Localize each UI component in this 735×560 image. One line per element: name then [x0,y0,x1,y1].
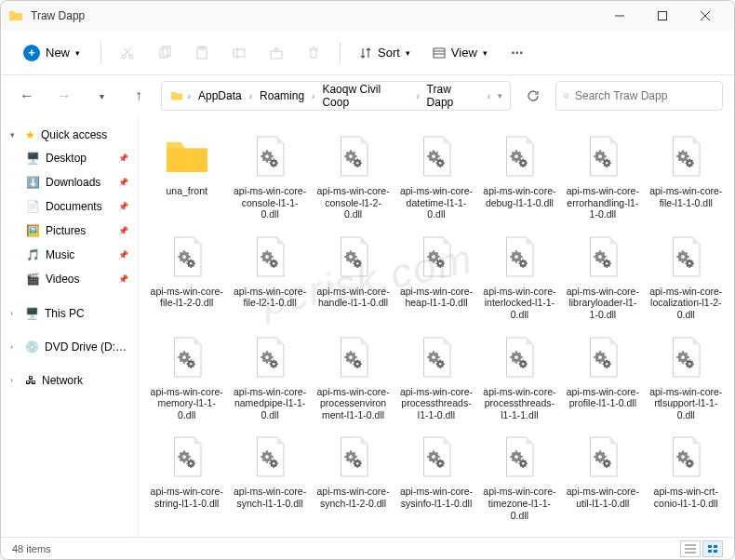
svg-line-489 [436,453,438,455]
file-item[interactable]: api-ms-win-core-localization-l1-2-0.dll [646,228,727,325]
search-input[interactable] [575,89,715,102]
file-label: api-ms-win-core-sysinfo-l1-1-0.dll [399,486,473,509]
folder-item[interactable]: una_front [146,127,227,224]
sidebar-item-videos[interactable]: 🎬Videos📌 [5,267,134,291]
svg-line-546 [679,453,681,455]
file-item[interactable]: api-ms-win-core-handle-l1-1-0.dll [313,228,394,325]
chevron-down-icon[interactable]: ▾ [498,91,502,100]
svg-line-257 [608,265,609,266]
svg-point-481 [432,455,435,459]
pc-icon: 🖥️ [25,307,39,320]
svg-line-239 [526,260,527,261]
up-button[interactable]: ↑ [124,81,154,111]
sort-button[interactable]: Sort ▾ [350,40,420,65]
maximize-button[interactable] [641,1,684,31]
svg-line-159 [193,260,194,261]
this-pc[interactable]: › 🖥️ This PC [5,302,134,325]
file-item[interactable]: api-ms-win-core-processenvironment-l1-1-… [313,328,394,425]
refresh-button[interactable] [518,81,548,111]
view-button[interactable]: View ▾ [423,40,497,65]
file-item[interactable]: api-ms-win-core-memory-l1-1-0.dll [146,328,227,425]
file-item[interactable]: api-ms-win-core-errorhandling-l1-1-0.dll [562,127,643,224]
svg-line-237 [526,265,527,266]
sidebar-item-desktop[interactable]: 🖥️Desktop📌 [5,146,134,170]
svg-line-69 [436,153,438,154]
file-item[interactable]: api-ms-win-core-libraryloader-l1-1-0.dll [562,228,643,325]
file-item[interactable]: api-ms-win-core-timezone-l1-1-0.dll [479,428,560,525]
file-item[interactable]: api-ms-win-core-synch-l1-1-0.dll [229,428,310,525]
file-label: api-ms-win-core-heap-l1-1-0.dll [399,286,473,309]
svg-rect-15 [434,48,445,58]
breadcrumb-item[interactable]: Kaoqw Civil Coop [318,81,412,111]
svg-line-109 [603,153,605,154]
search-box[interactable] [555,81,723,111]
icons-view-button[interactable] [702,540,723,557]
dll-file-icon [245,332,295,382]
new-button[interactable]: + New ▾ [12,39,91,67]
svg-line-249 [603,252,605,254]
more-button[interactable]: ··· [501,36,534,70]
toolbar: + New ▾ Sort ▾ View ▾ ··· [1,31,734,75]
file-item[interactable]: api-ms-win-core-debug-l1-1-0.dll [479,127,560,224]
svg-point-441 [265,455,269,459]
file-item[interactable]: api-ms-win-crt-conio-l1-1-0.dll [646,428,727,525]
back-button[interactable]: ← [12,81,42,111]
sidebar-item-label: Pictures [46,224,86,237]
view-label: View [451,46,477,60]
svg-line-309 [270,353,272,354]
dvd-drive[interactable]: › 💿 DVD Drive (D:) CCCC [5,336,134,358]
quick-access[interactable]: ▾ ★ Quick access [5,124,134,146]
file-item[interactable]: api-ms-win-core-util-l1-1-0.dll [562,428,643,525]
pin-icon: 📌 [118,226,128,235]
svg-line-48 [346,159,348,161]
file-label: api-ms-win-core-file-l1-1-0.dll [649,185,723,208]
file-item[interactable]: api-ms-win-core-file-l2-1-0.dll [229,228,310,325]
breadcrumb[interactable]: › AppData› Roaming› Kaoqw Civil Coop› Tr… [161,81,511,111]
file-item[interactable]: api-ms-win-core-sysinfo-l1-1-0.dll [395,428,476,525]
copy-button [148,36,181,70]
svg-line-499 [442,460,443,461]
breadcrumb-item[interactable]: Roaming [256,87,308,104]
file-item[interactable]: api-ms-win-core-processthreads-l1-1-0.dl… [395,328,476,425]
file-item[interactable]: api-ms-win-core-processthreads-l1-1-1.dl… [479,328,560,425]
breadcrumb-item[interactable]: Traw Dapp [423,81,484,111]
close-button[interactable] [684,1,727,31]
svg-line-98 [520,165,521,166]
minimize-button[interactable] [598,1,641,31]
svg-point-101 [598,154,602,158]
sidebar-item-music[interactable]: 🎵Music📌 [5,243,134,267]
svg-line-78 [437,165,438,166]
details-view-button[interactable] [680,540,701,557]
svg-line-209 [436,252,438,254]
documents-icon: 📄 [25,199,40,214]
chevron-down-icon[interactable]: ▾ [87,81,116,111]
file-item[interactable]: api-ms-win-core-console-l1-2-0.dll [313,127,394,224]
file-item[interactable]: api-ms-win-core-console-l1-1-0.dll [229,127,310,224]
share-button [260,36,293,70]
file-label: api-ms-win-core-libraryloader-l1-1-0.dll [566,286,639,321]
file-item[interactable]: api-ms-win-core-heap-l1-1-0.dll [395,228,476,325]
file-label: api-ms-win-core-timezone-l1-1-0.dll [483,486,556,521]
sidebar-item-pictures[interactable]: 🖼️Pictures📌 [5,219,134,243]
sidebar-item-documents[interactable]: 📄Documents📌 [5,194,134,219]
svg-line-38 [271,165,272,166]
file-item[interactable]: api-ms-win-core-file-l1-2-0.dll [146,228,227,325]
forward-button: → [49,81,79,111]
file-item[interactable]: api-ms-win-core-interlocked-l1-1-0.dll [479,228,560,325]
pictures-icon: 🖼️ [25,223,40,238]
file-item[interactable]: api-ms-win-core-datetime-l1-1-0.dll [395,127,476,224]
file-label: api-ms-win-core-namedpipe-l1-1-0.dll [233,386,306,421]
breadcrumb-item[interactable]: AppData [194,87,246,104]
file-item[interactable]: api-ms-win-core-string-l1-1-0.dll [146,428,227,525]
file-item[interactable]: api-ms-win-core-rtlsupport-l1-1-0.dll [646,328,727,425]
file-item[interactable]: api-ms-win-core-file-l1-1-0.dll [646,127,727,224]
svg-point-541 [681,455,685,459]
svg-line-366 [513,353,514,354]
file-item[interactable]: api-ms-win-core-synch-l1-2-0.dll [313,428,394,525]
folder-icon [169,88,184,103]
network[interactable]: › 🖧 Network [5,369,134,392]
sidebar-item-downloads[interactable]: ⬇️Downloads📌 [5,170,134,194]
svg-line-536 [604,460,605,461]
file-item[interactable]: api-ms-win-core-profile-l1-1-0.dll [562,328,643,425]
file-item[interactable]: api-ms-win-core-namedpipe-l1-1-0.dll [229,328,310,425]
